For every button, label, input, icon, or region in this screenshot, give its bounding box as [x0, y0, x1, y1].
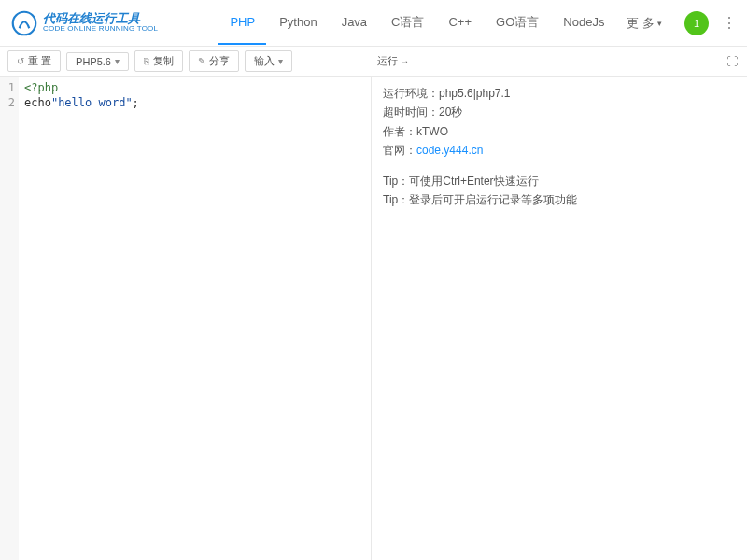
- header: 代码在线运行工具 CODE ONLINE RUNNING TOOL PHP Py…: [0, 0, 747, 47]
- logo-icon: [11, 10, 37, 36]
- site-link[interactable]: code.y444.cn: [416, 144, 483, 157]
- chevron-down-icon: ▾: [115, 56, 120, 66]
- logo-text: 代码在线运行工具 CODE ONLINE RUNNING TOOL: [43, 12, 158, 34]
- logo-title-cn: 代码在线运行工具: [43, 12, 158, 25]
- output-tip2: Tip：登录后可开启运行记录等多项功能: [383, 190, 736, 209]
- more-menu-icon[interactable]: ⋮: [722, 14, 736, 32]
- output-site: 官网：code.y444.cn: [383, 141, 736, 160]
- svg-point-0: [13, 11, 36, 35]
- line-gutter: 12: [0, 77, 19, 560]
- nav-more[interactable]: 更 多▾: [617, 15, 671, 32]
- code-area[interactable]: <?php echo"hello word";: [19, 77, 371, 560]
- output-env: 运行环境：php5.6|php7.1: [383, 84, 736, 103]
- copy-button[interactable]: ⎘复制: [134, 50, 183, 72]
- reset-icon: ↺: [17, 56, 24, 66]
- fullscreen-icon[interactable]: ⛶: [726, 55, 738, 68]
- tab-cpp[interactable]: C++: [437, 1, 483, 45]
- output-author: 作者：kTWO: [383, 122, 736, 141]
- tab-java[interactable]: Java: [331, 1, 378, 45]
- run-button[interactable]: 运行→: [377, 54, 409, 68]
- logo-title-en: CODE ONLINE RUNNING TOOL: [43, 25, 158, 34]
- share-icon: ✎: [198, 56, 205, 66]
- tab-go[interactable]: GO语言: [485, 0, 550, 47]
- avatar[interactable]: 1: [684, 11, 709, 35]
- output-timeout: 超时时间：20秒: [383, 103, 736, 121]
- chevron-down-icon: ▾: [278, 56, 283, 66]
- logo[interactable]: 代码在线运行工具 CODE ONLINE RUNNING TOOL: [11, 10, 158, 36]
- reset-button[interactable]: ↺重 置: [7, 50, 61, 72]
- copy-icon: ⎘: [144, 56, 149, 66]
- output-tip1: Tip：可使用Ctrl+Enter快速运行: [383, 172, 736, 190]
- version-select[interactable]: PHP5.6▾: [66, 52, 129, 71]
- input-select[interactable]: 输入▾: [245, 50, 292, 72]
- tab-nodejs[interactable]: NodeJs: [552, 1, 615, 45]
- main: 12 <?php echo"hello word"; 运行环境：php5.6|p…: [0, 77, 747, 560]
- code-editor[interactable]: 12 <?php echo"hello word";: [0, 77, 372, 560]
- tab-c[interactable]: C语言: [380, 0, 435, 47]
- chevron-down-icon: ▾: [657, 19, 662, 28]
- output-panel: 运行环境：php5.6|php7.1 超时时间：20秒 作者：kTWO 官网：c…: [372, 77, 747, 560]
- tab-php[interactable]: PHP: [218, 1, 266, 45]
- nav-tabs: PHP Python Java C语言 C++ GO语言 NodeJs 更 多▾…: [218, 0, 736, 47]
- tab-python[interactable]: Python: [268, 1, 328, 45]
- share-button[interactable]: ✎分享: [189, 50, 239, 72]
- toolbar: ↺重 置 PHP5.6▾ ⎘复制 ✎分享 输入▾ 运行→ ⛶: [0, 47, 747, 77]
